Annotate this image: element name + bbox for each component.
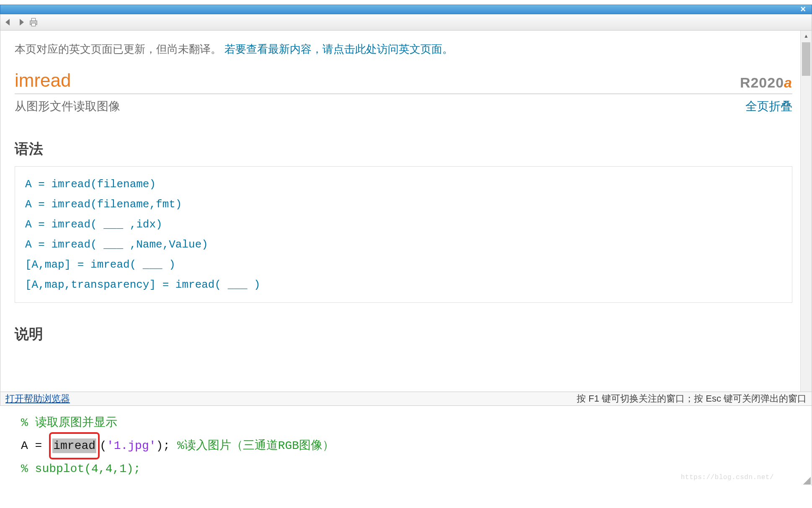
syntax-line[interactable]: [A,map] = imread( ___ ) <box>25 255 782 275</box>
english-page-link[interactable]: 若要查看最新内容，请点击此处访问英文页面。 <box>224 43 453 55</box>
code-line: % 读取原图并显示 <box>21 412 812 434</box>
string-quote: ' <box>149 439 156 452</box>
print-button[interactable] <box>28 16 39 28</box>
open-help-browser-link[interactable]: 打开帮助浏览器 <box>5 392 70 405</box>
help-window-titlebar: × <box>0 5 812 14</box>
svg-rect-2 <box>31 23 35 26</box>
notice-text: 本页对应的英文页面已更新，但尚未翻译。 <box>15 43 224 55</box>
code-comment: % 读取原图并显示 <box>21 416 117 429</box>
syntax-line[interactable]: A = imread(filename) <box>25 174 782 194</box>
syntax-line[interactable]: A = imread(filename,fmt) <box>25 194 782 214</box>
syntax-line[interactable]: A = imread( ___ ,Name,Value) <box>25 235 782 255</box>
code-comment: %读入图片（三通道RGB图像） <box>177 439 334 452</box>
highlight-box: imread <box>49 432 100 459</box>
close-icon[interactable]: × <box>800 5 806 13</box>
svg-rect-1 <box>31 18 35 21</box>
resize-grip-icon[interactable] <box>803 477 811 485</box>
description-heading: 说明 <box>15 325 796 344</box>
short-description: 从图形文件读取图像 <box>15 98 120 114</box>
help-footer: 打开帮助浏览器 按 F1 键可切换关注的窗口；按 Esc 键可关闭弹出的窗口 <box>0 392 812 406</box>
code-text: (4,4,1); <box>84 462 140 475</box>
version-year: 2020 <box>750 75 784 90</box>
version-suffix: a <box>784 75 792 90</box>
doc-content: 本页对应的英文页面已更新，但尚未翻译。 若要查看最新内容，请点击此处访问英文页面… <box>0 31 800 392</box>
selected-text: imread <box>52 438 96 453</box>
syntax-line[interactable]: A = imread( ___ ,idx) <box>25 214 782 235</box>
function-name: imread <box>15 70 71 91</box>
scroll-up-icon[interactable]: ▲ <box>801 31 812 41</box>
editor-code-area[interactable]: % 读取原图并显示 A = imread('1.jpg'); %读入图片（三通道… <box>0 406 812 485</box>
string-quote: ' <box>107 439 114 452</box>
help-toolbar <box>0 14 812 31</box>
watermark: https://blog.csdn.net/ <box>681 471 774 484</box>
code-text: ); <box>156 439 177 452</box>
footer-hint: 按 F1 键可切换关注的窗口；按 Esc 键可关闭弹出的窗口 <box>577 392 807 405</box>
syntax-line[interactable]: [A,map,transparency] = imread( ___ ) <box>25 275 782 295</box>
code-text: A = <box>21 439 49 452</box>
syntax-box: A = imread(filename) A = imread(filename… <box>15 166 792 303</box>
code-text: ( <box>100 439 107 452</box>
collapse-all-link[interactable]: 全页折叠 <box>745 98 792 114</box>
version-badge: R2020a <box>740 75 792 91</box>
code-fn: subplot <box>35 462 85 475</box>
back-button[interactable] <box>3 16 14 28</box>
syntax-heading: 语法 <box>15 139 796 159</box>
version-R: R <box>740 75 751 90</box>
code-line: A = imread('1.jpg'); %读入图片（三通道RGB图像） <box>21 434 812 458</box>
string-literal: 1.jpg <box>114 439 149 452</box>
scroll-thumb[interactable] <box>802 42 810 76</box>
translation-notice: 本页对应的英文页面已更新，但尚未翻译。 若要查看最新内容，请点击此处访问英文页面… <box>15 41 796 58</box>
forward-button[interactable] <box>15 16 27 28</box>
code-comment: % <box>21 462 35 475</box>
vertical-scrollbar[interactable]: ▲ <box>800 31 812 392</box>
